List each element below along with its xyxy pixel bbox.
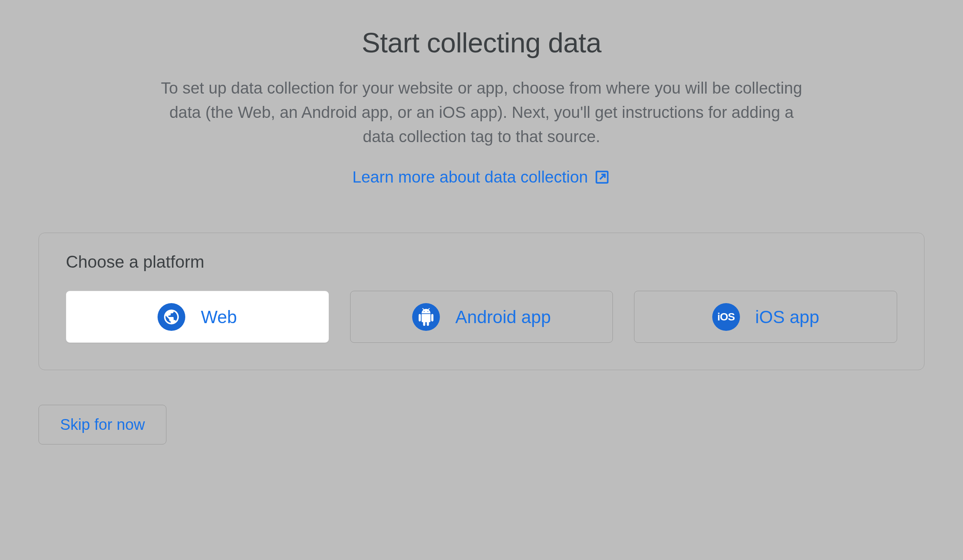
onboarding-data-collection: Start collecting data To set up data col… bbox=[39, 27, 924, 444]
platform-option-android[interactable]: Android app bbox=[350, 291, 613, 343]
android-icon bbox=[412, 303, 440, 331]
platform-option-web[interactable]: Web bbox=[66, 291, 329, 343]
platform-options-row: Web Android app iOS iOS app bbox=[66, 291, 897, 343]
platform-section-label: Choose a platform bbox=[66, 252, 897, 272]
platform-option-ios[interactable]: iOS iOS app bbox=[634, 291, 897, 343]
platform-chooser-card: Choose a platform Web Android app bbox=[39, 233, 924, 370]
learn-more-link[interactable]: Learn more about data collection bbox=[39, 168, 924, 186]
open-in-new-icon bbox=[594, 169, 611, 186]
platform-option-ios-label: iOS app bbox=[755, 307, 819, 327]
platform-option-android-label: Android app bbox=[455, 307, 551, 327]
skip-for-now-button[interactable]: Skip for now bbox=[39, 405, 166, 444]
platform-option-web-label: Web bbox=[201, 307, 237, 327]
page-description: To set up data collection for your websi… bbox=[154, 76, 809, 149]
skip-button-label: Skip for now bbox=[60, 416, 145, 433]
page-title: Start collecting data bbox=[39, 27, 924, 59]
learn-more-label: Learn more about data collection bbox=[352, 168, 588, 186]
ios-icon: iOS bbox=[712, 303, 740, 331]
globe-icon bbox=[158, 303, 185, 331]
